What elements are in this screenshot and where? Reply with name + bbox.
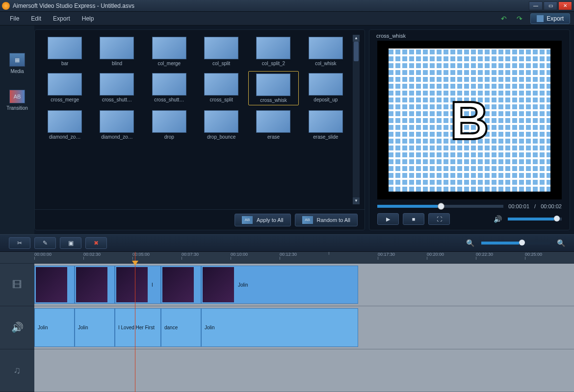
preview-screen: B [377, 41, 562, 199]
preview-progress[interactable] [377, 205, 503, 208]
progress-handle[interactable] [438, 203, 444, 210]
transition-item[interactable]: drop_bounce [196, 108, 246, 142]
volume-slider[interactable] [508, 218, 562, 220]
menubar: FileEditExportHelp ↶ ↷ Export [0, 12, 574, 25]
transition-thumbnail [309, 110, 343, 133]
volume-handle[interactable] [554, 216, 560, 221]
transition-icon: AB [9, 90, 25, 103]
preview-title: cross_whisk [374, 33, 565, 39]
random-all-icon: AB [302, 216, 313, 224]
zoom-handle[interactable] [519, 240, 525, 245]
transition-item[interactable]: col_split_2 [248, 35, 298, 68]
apply-to-all-button[interactable]: AB Apply to All [235, 214, 290, 226]
preview-panel: cross_whisk B 00:00:01 / 00:00:02 ▶ ■ ⛶ … [369, 29, 570, 230]
transition-item[interactable]: drop [144, 108, 194, 142]
transition-thumbnail [152, 73, 186, 96]
transition-item[interactable]: deposit_up [301, 71, 351, 105]
play-button[interactable]: ▶ [377, 213, 399, 225]
transition-label: blind [112, 61, 122, 66]
zoom-out-icon[interactable]: 🔍 [466, 239, 474, 247]
ruler-tick: 00:12:30 [280, 252, 297, 257]
menu-file[interactable]: File [4, 13, 25, 24]
transition-item[interactable]: col_split [196, 35, 246, 68]
menu-help[interactable]: Help [76, 13, 100, 24]
zoom-slider[interactable] [481, 242, 550, 245]
close-button[interactable]: ✕ [558, 1, 572, 10]
transitions-grid[interactable]: barblindcol_mergecol_splitcol_split_2col… [40, 35, 351, 204]
random-to-all-button[interactable]: AB Random to All [295, 214, 358, 226]
transition-thumbnail [309, 37, 343, 59]
audio-clip[interactable]: I Loved Her First [115, 308, 161, 346]
video-clip[interactable]: I [115, 266, 161, 304]
video-track-header[interactable]: 🎞 [0, 264, 34, 306]
audio-track-header[interactable]: 🔊 [0, 306, 34, 349]
maximize-button[interactable]: ▭ [544, 1, 557, 10]
cut-button[interactable]: ✂ [9, 237, 30, 249]
media-icon: ▦ [9, 53, 25, 67]
video-clip[interactable]: Jolin [201, 266, 358, 304]
audio-track[interactable]: JolinJolinI Loved Her FirstdanceJolin [34, 306, 574, 349]
audio-clip[interactable]: Jolin [75, 308, 115, 346]
scroll-down-icon[interactable]: ▼ [353, 197, 360, 204]
playhead[interactable] [135, 252, 135, 392]
transition-item[interactable]: col_whisk [301, 35, 351, 68]
fullscreen-button[interactable]: ⛶ [428, 213, 450, 225]
ruler-tick: 00:07:30 [182, 252, 199, 257]
transition-item[interactable]: bar [40, 35, 90, 68]
transition-label: cross_shutt… [154, 97, 184, 102]
transitions-scrollbar[interactable]: ▲ ▼ [353, 35, 360, 204]
clip-thumbnail [116, 267, 148, 302]
crop-button[interactable]: ▣ [60, 237, 81, 249]
transition-label: diamond_zo… [49, 134, 80, 140]
scroll-up-icon[interactable]: ▲ [353, 35, 360, 42]
transition-item[interactable]: erase [248, 108, 298, 142]
audio-clip[interactable]: Jolin [201, 308, 358, 346]
video-clip[interactable] [161, 266, 201, 304]
side-nav-media[interactable]: ▦ Media [6, 50, 28, 77]
clip-label: Jolin [236, 282, 248, 288]
transition-item[interactable]: diamond_zo… [92, 108, 142, 142]
export-button[interactable]: Export [530, 13, 570, 24]
transition-item[interactable]: erase_slide [301, 108, 351, 142]
preview-glyph: B [450, 89, 489, 151]
redo-icon[interactable]: ↷ [515, 14, 524, 24]
side-nav-transition[interactable]: AB Transition [3, 87, 31, 114]
transition-item[interactable]: cross_shutt… [92, 71, 142, 105]
transition-label: diamond_zo… [101, 134, 132, 140]
preview-image: B [389, 49, 551, 192]
side-nav: ▦ Media AB Transition [0, 25, 34, 234]
menu-edit[interactable]: Edit [25, 13, 47, 24]
stop-button[interactable]: ■ [403, 213, 424, 225]
export-label: Export [547, 15, 564, 22]
transition-thumbnail [48, 110, 82, 133]
undo-icon[interactable]: ↶ [499, 14, 509, 24]
video-track[interactable]: IJolin [34, 264, 574, 306]
audio-clip[interactable]: Jolin [34, 308, 75, 346]
transition-item[interactable]: blind [92, 35, 142, 68]
time-ruler[interactable]: 00:00:0000:02:3000:05:0000:07:3000:10:00… [34, 252, 574, 264]
transition-item[interactable]: cross_shutt… [144, 71, 194, 105]
minimize-button[interactable]: — [529, 1, 543, 10]
transition-item[interactable]: diamond_zo… [40, 108, 90, 142]
transition-item[interactable]: cross_whisk [248, 71, 298, 105]
audio-clip[interactable]: dance [161, 308, 201, 346]
video-clip[interactable] [34, 266, 75, 304]
timeline: 🎞 🔊 ♫ 00:00:0000:02:3000:05:0000:07:3000… [0, 252, 574, 392]
music-track-header[interactable]: ♫ [0, 349, 34, 392]
music-track[interactable] [34, 349, 574, 392]
edit-button[interactable]: ✎ [34, 237, 56, 249]
transition-label: bar [61, 61, 68, 66]
transition-item[interactable]: col_merge [144, 35, 194, 68]
transition-label: erase [267, 134, 280, 140]
transition-item[interactable]: cross_split [196, 71, 246, 105]
volume-icon[interactable]: 🔊 [494, 215, 502, 223]
menu-export[interactable]: Export [47, 13, 76, 24]
transition-thumbnail [152, 37, 186, 59]
scroll-thumb[interactable] [354, 42, 359, 61]
transition-item[interactable]: cross_merge [40, 71, 90, 105]
delete-button[interactable]: ✖ [85, 237, 107, 249]
video-clip[interactable] [75, 266, 115, 304]
transitions-panel: barblindcol_mergecol_splitcol_split_2col… [34, 29, 365, 230]
clip-label: Jolin [203, 325, 215, 330]
zoom-in-icon[interactable]: 🔍 [557, 239, 565, 247]
